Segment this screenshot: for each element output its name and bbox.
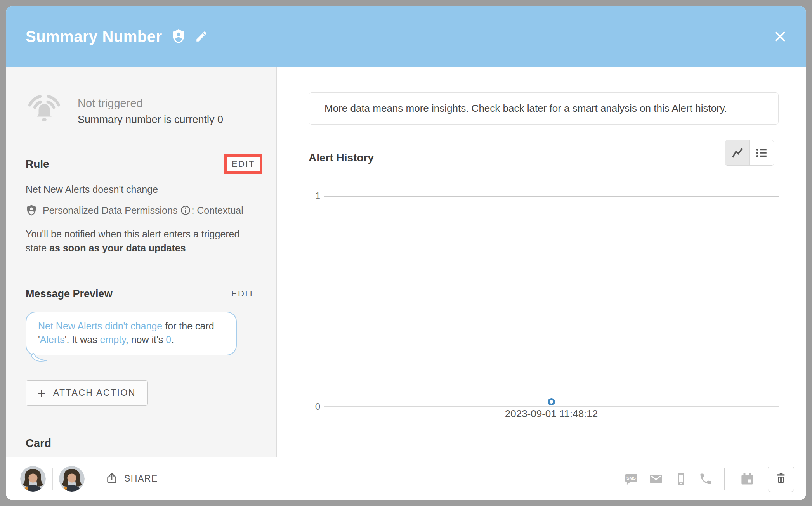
pdp-value: : Contextual — [191, 205, 243, 216]
delete-button[interactable] — [768, 466, 794, 492]
rule-description: Net New Alerts doesn't change — [26, 184, 259, 195]
pdp-label: Personalized Data Permissions — [43, 205, 177, 216]
bubble-tail — [31, 352, 48, 364]
bell-waves-icon — [26, 94, 63, 128]
avatar[interactable] — [59, 466, 85, 492]
smart-insight-text: More data means more insights. Check bac… — [324, 102, 727, 114]
alert-history-title: Alert History — [309, 152, 374, 166]
close-icon[interactable] — [772, 28, 789, 45]
footer-divider — [724, 468, 725, 490]
rule-edit-button[interactable]: EDIT — [232, 159, 255, 169]
status-title: Not triggered — [78, 97, 223, 110]
info-icon[interactable] — [180, 205, 191, 215]
notify-text-bold: as soon as your data updates — [49, 243, 186, 253]
pencil-icon[interactable] — [195, 30, 208, 43]
message-preview-header: Message Preview EDIT — [26, 288, 259, 300]
pdp-row: Personalized Data Permissions : Contextu… — [26, 204, 259, 216]
avatar-divider — [52, 468, 53, 490]
attach-action-label: ATTACH ACTION — [53, 388, 136, 398]
shield-person-icon — [171, 29, 186, 44]
status-subtitle: Summary number is currently 0 — [78, 114, 223, 126]
rule-heading: Rule — [26, 158, 49, 170]
plot-area: 2023-09-01 11:48:12 — [324, 191, 779, 423]
message-preview-heading: Message Preview — [26, 288, 113, 300]
view-toggle-group — [725, 140, 774, 166]
message-preview-bubble: Net New Alerts didn't change for the car… — [26, 312, 237, 355]
chart-view-toggle[interactable] — [725, 140, 750, 165]
svg-text:SMS: SMS — [626, 476, 636, 480]
y-tick-0: 0 — [309, 401, 320, 412]
modal-footer: SHARE SMS — [6, 457, 806, 500]
alert-history-header: Alert History — [309, 140, 779, 166]
bubble-segment: Net New Alerts didn't change — [38, 321, 162, 331]
footer-actions: SMS — [613, 466, 794, 492]
alert-status: Not triggered Summary number is currentl… — [26, 94, 259, 128]
attach-action-button[interactable]: + ATTACH ACTION — [26, 380, 148, 406]
rule-edit-highlight-annotation: EDIT — [224, 154, 262, 174]
y-tick-1: 1 — [309, 191, 320, 201]
share-button[interactable]: SHARE — [106, 472, 158, 486]
bubble-segment: 0 — [166, 334, 171, 345]
bubble-segment: . — [171, 334, 174, 345]
modal-body: Not triggered Summary number is currentl… — [6, 67, 806, 457]
mobile-icon — [674, 472, 688, 486]
share-icon — [106, 472, 118, 486]
sms-icon: SMS — [624, 472, 638, 486]
bubble-segment: Alerts — [40, 334, 65, 345]
notify-text: You'll be notified when this alert enter… — [26, 227, 245, 255]
message-edit-button[interactable]: EDIT — [231, 289, 255, 299]
phone-icon — [699, 472, 713, 486]
share-label: SHARE — [124, 473, 158, 484]
bubble-segment: empty — [100, 334, 126, 345]
smart-insight-box: More data means more insights. Check bac… — [309, 92, 779, 125]
trash-icon — [775, 472, 787, 486]
calendar-icon[interactable] — [740, 471, 755, 486]
list-view-toggle[interactable] — [750, 140, 774, 165]
bubble-segment: , now it's — [126, 334, 166, 345]
modal-title: Summary Number — [26, 28, 162, 45]
plus-icon: + — [38, 386, 45, 400]
alert-detail-modal: Summary Number — [6, 6, 806, 500]
data-point — [548, 398, 555, 405]
main-panel: More data means more insights. Check bac… — [277, 67, 806, 457]
modal-header: Summary Number — [6, 6, 806, 67]
alert-history-chart: 1 0 2023-09-01 11:48:12 — [309, 191, 779, 423]
bubble-segment: '. It was — [65, 334, 100, 345]
x-axis-label: 2023-09-01 11:48:12 — [505, 408, 598, 420]
card-heading: Card — [26, 437, 259, 450]
email-icon — [649, 472, 663, 486]
shield-person-icon — [26, 204, 37, 216]
rule-section-header: Rule EDIT — [26, 154, 259, 174]
avatar[interactable] — [20, 466, 46, 492]
sidebar: Not triggered Summary number is currentl… — [6, 67, 277, 457]
